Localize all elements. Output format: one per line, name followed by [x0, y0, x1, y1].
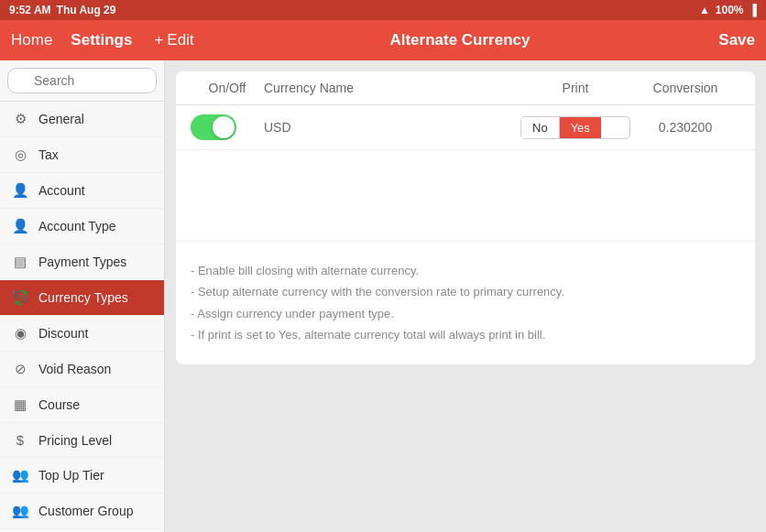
edit-label: Edit	[167, 31, 193, 49]
currency-types-icon: 💱	[11, 289, 29, 306]
sidebar-label-payment-types: Payment Types	[38, 255, 126, 269]
sidebar-item-general[interactable]: ⚙ General	[0, 102, 164, 137]
sidebar-item-currency-types[interactable]: 💱 Currency Types	[0, 280, 164, 316]
plus-icon: +	[154, 31, 163, 49]
customer-group-icon: 👥	[11, 503, 29, 519]
col-header-print: Print	[520, 81, 630, 95]
tax-icon: ◎	[11, 147, 29, 163]
sidebar-item-account[interactable]: 👤 Account	[0, 173, 164, 209]
account-type-icon: 👤	[11, 218, 29, 234]
general-icon: ⚙	[11, 111, 29, 127]
print-buttons-cell: No Yes	[520, 116, 630, 139]
sidebar-label-top-up-tier: Top Up Tier	[38, 468, 104, 483]
table-header: On/Off Currency Name Print Conversion	[176, 71, 755, 105]
top-up-tier-icon: 👥	[11, 467, 29, 483]
sidebar-item-top-up-tier[interactable]: 👥 Top Up Tier	[0, 458, 164, 494]
wifi-icon: ▲	[699, 4, 710, 16]
conversion-value: 0.230200	[630, 120, 740, 135]
sidebar-label-customer-group: Customer Group	[38, 504, 133, 518]
instruction-2: - Setup alternate currency with the conv…	[191, 281, 740, 302]
search-container: 🔍	[0, 60, 164, 102]
sidebar-item-account-type[interactable]: 👤 Account Type	[0, 209, 164, 244]
sidebar-item-payment-types[interactable]: ▤ Payment Types	[0, 244, 164, 280]
add-edit-button[interactable]: + Edit	[154, 31, 193, 49]
nav-bar: Home Settings + Edit Alternate Currency …	[0, 20, 766, 60]
col-header-name: Currency Name	[264, 81, 520, 95]
print-no-button[interactable]: No	[521, 117, 560, 138]
battery-icon: ▐	[749, 4, 757, 16]
sidebar-item-tax[interactable]: ◎ Tax	[0, 137, 164, 173]
date: Thu Aug 29	[57, 4, 116, 16]
discount-icon: ◉	[11, 325, 29, 342]
battery-level: 100%	[716, 4, 744, 16]
empty-space	[176, 150, 755, 242]
save-button[interactable]: Save	[718, 31, 755, 49]
toggle-knob	[213, 116, 235, 138]
pricing-level-icon: $	[11, 432, 29, 448]
sidebar-item-pricing-level[interactable]: $ Pricing Level	[0, 423, 164, 458]
course-icon: ▦	[11, 396, 29, 413]
sidebar-label-account-type: Account Type	[38, 219, 116, 233]
search-input[interactable]	[7, 68, 157, 93]
col-header-onoff: On/Off	[191, 81, 264, 95]
sidebar-item-course[interactable]: ▦ Course	[0, 387, 164, 423]
sidebar-label-account: Account	[38, 183, 85, 198]
settings-label: Settings	[71, 31, 132, 49]
instruction-3: - Assign currency under payment type.	[191, 303, 740, 324]
sidebar-label-course: Course	[38, 397, 80, 412]
content-area: On/Off Currency Name Print Conversion US…	[165, 60, 766, 532]
account-icon: 👤	[11, 182, 29, 199]
sidebar-item-discount[interactable]: ◉ Discount	[0, 316, 164, 352]
nav-center: + Edit Alternate Currency	[132, 31, 718, 49]
toggle-cell[interactable]	[191, 114, 264, 140]
sidebar: 🔍 ⚙ General ◎ Tax 👤 Account 👤 Account Ty…	[0, 60, 165, 532]
sidebar-label-discount: Discount	[38, 326, 88, 341]
instruction-1: - Enable bill closing with alternate cur…	[191, 260, 740, 281]
print-yes-button[interactable]: Yes	[560, 117, 601, 138]
currency-name-cell: USD	[264, 120, 520, 135]
col-header-conversion: Conversion	[630, 81, 740, 95]
search-wrapper: 🔍	[7, 68, 157, 93]
home-button[interactable]: Home	[11, 31, 52, 49]
status-bar: 9:52 AM Thu Aug 29 ▲ 100% ▐	[0, 0, 766, 20]
status-bar-left: 9:52 AM Thu Aug 29	[9, 4, 115, 16]
sidebar-label-general: General	[38, 112, 84, 126]
status-bar-right: ▲ 100% ▐	[699, 4, 757, 16]
sidebar-label-void-reason: Void Reason	[38, 362, 111, 376]
instruction-4: - If print is set to Yes, alternate curr…	[191, 324, 740, 345]
sidebar-item-void-reason[interactable]: ⊘ Void Reason	[0, 352, 164, 387]
payment-types-icon: ▤	[11, 254, 29, 270]
table-row: USD No Yes 0.230200	[176, 105, 755, 150]
sidebar-label-currency-types: Currency Types	[38, 290, 128, 305]
currency-toggle[interactable]	[191, 114, 236, 140]
main-layout: 🔍 ⚙ General ◎ Tax 👤 Account 👤 Account Ty…	[0, 60, 766, 532]
print-buttons: No Yes	[520, 116, 630, 139]
time: 9:52 AM	[9, 4, 51, 16]
void-reason-icon: ⊘	[11, 361, 29, 377]
sidebar-item-customer-group[interactable]: 👥 Customer Group	[0, 494, 164, 529]
sidebar-label-tax: Tax	[38, 147, 59, 162]
instructions-section: - Enable bill closing with alternate cur…	[176, 242, 755, 364]
content-card: On/Off Currency Name Print Conversion US…	[176, 71, 755, 364]
page-title: Alternate Currency	[202, 31, 719, 49]
sidebar-label-pricing-level: Pricing Level	[38, 433, 112, 448]
